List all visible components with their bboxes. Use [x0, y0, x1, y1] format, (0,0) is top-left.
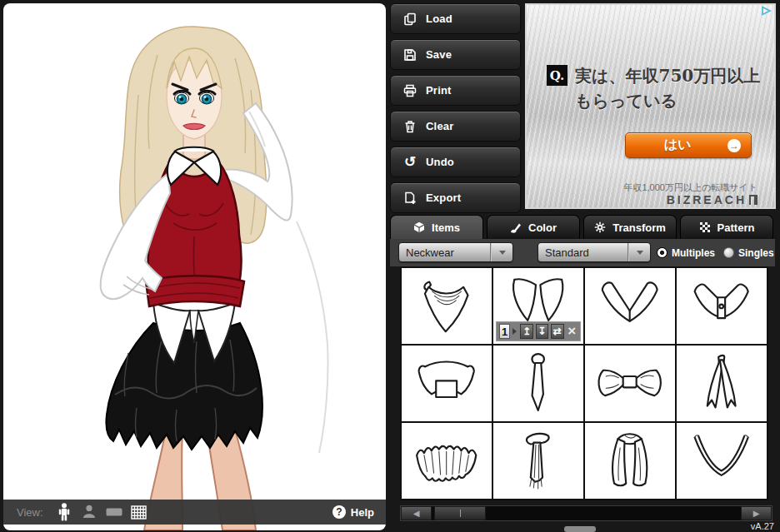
flip-horizontal-button[interactable]: ⇄ — [551, 324, 563, 339]
radio-singles[interactable]: Singles — [723, 247, 774, 259]
grid-item-long-scarf[interactable] — [493, 423, 585, 500]
character-skirt — [106, 323, 262, 450]
help-button[interactable]: ? Help — [332, 505, 374, 519]
tab-pattern[interactable]: Pattern — [680, 215, 773, 239]
adchoices-icon[interactable] — [761, 6, 772, 16]
style-dropdown-value: Standard — [538, 246, 628, 259]
color-icon — [510, 221, 522, 233]
undo-icon: ↺ — [403, 156, 417, 169]
ad-question-mark: Q. — [547, 65, 568, 86]
clear-button[interactable]: Clear — [390, 111, 521, 142]
items-icon — [413, 221, 425, 233]
grid-item-v-necklace[interactable] — [677, 423, 768, 500]
ad-headline-line2: もらっている — [575, 90, 678, 112]
grid-item-necktie[interactable] — [493, 346, 585, 423]
help-icon: ? — [332, 505, 346, 519]
ad-headline-line1: 実は、年収750万円以上 — [575, 65, 771, 87]
scroll-right-button[interactable]: ▶ — [741, 506, 772, 520]
item-controls-panel: Neckwear Standard Multiples Singles — [390, 239, 775, 266]
view-label: View: — [17, 506, 43, 519]
undo-button[interactable]: ↺ Undo — [390, 147, 521, 177]
chevron-down-icon[interactable] — [628, 243, 650, 261]
grid-item-bow-tie[interactable] — [585, 346, 677, 423]
print-button[interactable]: Print — [390, 75, 521, 106]
category-dropdown[interactable]: Neckwear — [398, 242, 513, 262]
chevron-down-icon[interactable] — [491, 243, 512, 261]
tab-transform[interactable]: Transform — [583, 215, 677, 239]
ad-brand-logo: BIZREACH — [667, 193, 758, 206]
transform-icon — [594, 221, 606, 233]
ad-tagline: 年収1,000万円以上の転職サイト — [623, 181, 758, 194]
arrow-right-icon: → — [728, 139, 741, 152]
ad-yes-button[interactable]: はい → — [625, 132, 752, 158]
dress-up-app: View: ? Help Load Save Print Clear — [0, 0, 780, 532]
version-label: vA.27 — [751, 521, 774, 531]
radio-multiples[interactable]: Multiples — [657, 247, 715, 259]
grid-item-v-collar[interactable] — [585, 268, 677, 346]
bizreach-mark-icon — [749, 195, 758, 205]
grid-item-draped-scarf[interactable] — [585, 423, 677, 500]
grid-item-button-collar[interactable] — [677, 268, 768, 346]
view-grid-icon[interactable] — [128, 501, 150, 523]
mode-radio-group: Multiples Singles — [657, 239, 774, 266]
pattern-icon — [699, 221, 711, 233]
browser-scrollbar-fragment[interactable] — [564, 526, 596, 532]
view-fullbody-icon[interactable] — [53, 501, 75, 523]
grid-item-wide-collar[interactable] — [402, 346, 493, 423]
scrollbar-thumb[interactable] — [434, 506, 486, 520]
grid-item-open-collar[interactable]: 1 ↥ ↧ ⇄ × — [493, 268, 585, 346]
category-dropdown-value: Neckwear — [399, 246, 491, 259]
print-icon — [403, 84, 417, 97]
character-canvas-art — [3, 3, 386, 530]
tab-color[interactable]: Color — [487, 215, 580, 239]
radio-unselected-icon — [723, 247, 734, 258]
grid-item-bandana[interactable] — [402, 268, 493, 346]
save-button[interactable]: Save — [390, 39, 521, 70]
radio-selected-icon — [657, 247, 668, 258]
load-button[interactable]: Load — [390, 3, 521, 34]
layer-number[interactable]: 1 — [499, 324, 510, 339]
view-toolbar: View: ? Help — [3, 500, 386, 525]
remove-item-button[interactable]: × — [567, 324, 578, 339]
view-bust-icon[interactable] — [78, 501, 100, 523]
selected-item-toolbar: 1 ↥ ↧ ⇄ × — [496, 321, 581, 341]
layer-next-icon[interactable] — [512, 328, 517, 335]
load-icon — [403, 12, 417, 26]
item-grid: 1 ↥ ↧ ⇄ × — [400, 266, 768, 500]
item-grid-scrollbar: ◀ ▶ — [400, 505, 772, 521]
scroll-left-button[interactable]: ◀ — [401, 506, 432, 520]
grid-item-ribbon-tails[interactable] — [677, 346, 768, 423]
export-icon — [403, 191, 417, 205]
view-strip-icon[interactable] — [103, 501, 125, 523]
clear-icon — [403, 120, 417, 133]
layer-up-button[interactable]: ↥ — [520, 324, 532, 339]
style-dropdown[interactable]: Standard — [538, 242, 651, 262]
export-button[interactable]: Export — [390, 182, 521, 213]
grid-item-ruff-collar[interactable] — [402, 423, 493, 500]
layer-down-button[interactable]: ↧ — [536, 324, 548, 339]
save-icon — [403, 48, 417, 62]
ad-banner[interactable]: Q. 実は、年収750万円以上 もらっている はい → 年収1,000万円以上の… — [525, 3, 776, 209]
tab-items[interactable]: Items — [390, 215, 483, 239]
character-canvas[interactable] — [3, 3, 386, 530]
